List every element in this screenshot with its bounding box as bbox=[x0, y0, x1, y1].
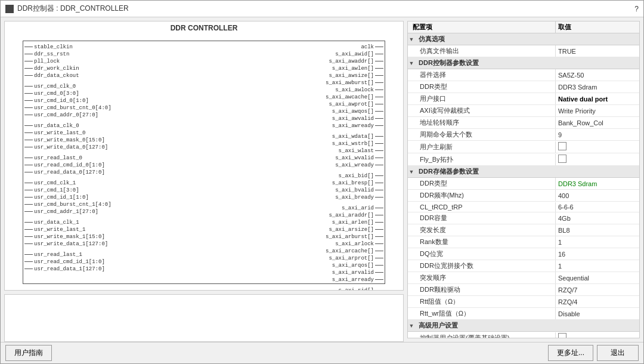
config-item-name: 器件选择 bbox=[408, 69, 556, 81]
right-pin: s_axi_arqos[] bbox=[332, 262, 383, 269]
pin-connector-right bbox=[375, 75, 383, 76]
left-pin: usr_write_mask_1[15:0] bbox=[24, 233, 112, 240]
pin-label: s_axi_arlen[] bbox=[332, 220, 374, 226]
log-panel bbox=[4, 294, 404, 342]
pin-label: usr_read_data_1[127:0] bbox=[34, 266, 105, 272]
left-pin: usr_cmd_id_0[1:0] bbox=[24, 97, 112, 104]
pin-connector-right bbox=[375, 265, 383, 266]
pin-label: ddr_work_clkin bbox=[34, 66, 79, 72]
pin-label: s_axi_awprot[] bbox=[329, 101, 374, 107]
left-pin: usr_cmd_clk_0 bbox=[24, 83, 112, 90]
config-checkbox[interactable] bbox=[558, 142, 566, 150]
left-pin: usr_write_data_1[127:0] bbox=[24, 240, 112, 247]
config-item-value: Sequential bbox=[556, 273, 639, 283]
config-item-name: DDR类型 bbox=[408, 178, 556, 189]
more-button[interactable]: 更多址... bbox=[548, 345, 593, 361]
pin-label: s_axi_arsize[] bbox=[329, 227, 374, 233]
pin-label: s_axi_awvalid bbox=[332, 116, 374, 122]
left-pin: usr_write_last_0 bbox=[24, 129, 112, 136]
pin-label: usr_write_mask_1[15:0] bbox=[34, 234, 105, 240]
config-item-row: CL_tRCD_tRP6-6-6 bbox=[408, 202, 639, 212]
pin-label: s_axi_rid[] bbox=[339, 288, 374, 291]
right-pin: s_axi_awprot[] bbox=[329, 101, 383, 107]
pin-connector-left bbox=[24, 172, 33, 172]
config-item-row: DDR频率(Mhz)400 bbox=[408, 190, 639, 202]
section-ddr_mem[interactable]: ▼DDR存储器参数设置 bbox=[408, 166, 639, 178]
config-table[interactable]: ▼仿真选项仿真文件输出TRUE▼DDR控制器参数设置器件选择SA5Z-50DDR… bbox=[408, 33, 639, 338]
right-pin: s_axi_wvalid bbox=[335, 155, 383, 161]
pin-label: s_axi_arvalid bbox=[332, 270, 374, 276]
app-icon bbox=[5, 5, 14, 13]
pin-label: s_axi_awready bbox=[332, 123, 374, 129]
right-pin: s_axi_awaddr[] bbox=[329, 58, 383, 64]
pin-label: s_axi_arprot[] bbox=[329, 255, 374, 261]
pin-label: s_axi_wstrb[] bbox=[332, 141, 374, 147]
config-item-row: 周期命令最大个数9 bbox=[408, 129, 639, 141]
left-pin bbox=[24, 119, 112, 122]
config-item-value: 6-6-6 bbox=[556, 202, 639, 212]
config-checkbox[interactable] bbox=[558, 155, 566, 163]
right-pin: s_axi_awid[] bbox=[335, 51, 383, 57]
config-item-row: DDR位宽拼接个数1 bbox=[408, 260, 639, 272]
pin-label: s_axi_awaddr[] bbox=[329, 58, 374, 64]
pin-connector-right bbox=[375, 111, 383, 112]
config-item-name: 仿真文件输出 bbox=[408, 45, 556, 57]
pin-label: usr_cmd_addr_0[27:0] bbox=[34, 112, 98, 118]
pin-label: ddr_ss_rstn bbox=[34, 51, 69, 57]
pin-connector-left bbox=[24, 254, 33, 255]
config-item-value: DDR3 Sdram bbox=[556, 82, 639, 92]
pin-connector-left bbox=[24, 107, 33, 108]
section-sim[interactable]: ▼仿真选项 bbox=[408, 33, 639, 45]
user-guide-button[interactable]: 用户指南 bbox=[5, 345, 52, 361]
pin-label: ddr_data_ckout bbox=[34, 73, 79, 79]
right-pin: s_axi_wready bbox=[335, 162, 383, 168]
pin-connector-right bbox=[375, 190, 383, 190]
pin-label: usr_read_data_0[127:0] bbox=[34, 169, 105, 175]
config-item-name: Rtt_wr阻值（Ω） bbox=[408, 308, 556, 319]
left-pin bbox=[24, 248, 112, 251]
config-item-value: 16 bbox=[556, 249, 639, 259]
pin-label: usr_cmd_clk_0 bbox=[34, 84, 76, 90]
left-pin: usr_data_clk_0 bbox=[24, 122, 112, 129]
config-col2-header: 取值 bbox=[556, 21, 639, 33]
pin-label: usr_cmd_id_1[1:0] bbox=[34, 195, 89, 200]
config-item-row: 用户接口Native dual port bbox=[408, 93, 639, 105]
pin-connector-left bbox=[24, 115, 33, 115]
exit-button[interactable]: 退出 bbox=[597, 345, 639, 361]
config-item-value: Native dual port bbox=[556, 94, 639, 104]
config-item-row: DDR容量4Gb bbox=[408, 212, 639, 224]
config-item-value: 400 bbox=[556, 191, 639, 200]
pin-connector-left bbox=[24, 158, 33, 158]
pin-label: usr_cmd_id_0[1:0] bbox=[34, 98, 89, 104]
left-pin: usr_cmd_addr_1[27:0] bbox=[24, 208, 112, 215]
right-pin: s_axi_awsize[] bbox=[329, 72, 383, 79]
config-checkbox[interactable] bbox=[558, 333, 566, 338]
pin-label: aclk bbox=[361, 44, 374, 50]
left-pin: pll_lock bbox=[24, 58, 112, 64]
pin-connector-left bbox=[24, 140, 33, 140]
config-item-row: 突发顺序Sequential bbox=[408, 272, 639, 284]
pin-connector-left bbox=[24, 190, 33, 190]
help-button[interactable]: ? bbox=[634, 5, 639, 13]
config-item-row: Rtt阻值（Ω）RZQ/4 bbox=[408, 296, 639, 308]
left-pin: usr_write_data_0[127:0] bbox=[24, 144, 112, 150]
pin-label: s_axi_awlen[] bbox=[332, 66, 374, 72]
pin-connector-left bbox=[24, 211, 33, 212]
pin-label: usr_read_last_0 bbox=[34, 155, 82, 161]
config-item-value: TRUE bbox=[556, 47, 639, 56]
pin-label: usr_cmd_clk_1 bbox=[34, 180, 76, 186]
right-pin: s_axi_arid bbox=[342, 205, 383, 211]
config-item-name: Fly_By拓扑 bbox=[408, 154, 556, 165]
pins-container: stable_clkinddr_ss_rstnpll_lockddr_work_… bbox=[23, 41, 385, 283]
schematic-body: stable_clkinddr_ss_rstnpll_lockddr_work_… bbox=[5, 35, 403, 290]
pin-connector-left bbox=[24, 125, 33, 126]
section-ddr_ctrl[interactable]: ▼DDR控制器参数设置 bbox=[408, 57, 639, 69]
right-pin: s_axi_arvalid bbox=[332, 269, 383, 276]
section-advanced[interactable]: ▼高级用户设置 bbox=[408, 320, 639, 332]
right-pin: s_axi_bvalid bbox=[335, 187, 383, 193]
config-item-name: CL_tRCD_tRP bbox=[408, 202, 556, 212]
config-item-row: DQ位宽16 bbox=[408, 248, 639, 260]
config-item-name: DDR类型 bbox=[408, 81, 556, 92]
config-item-name: 突发长度 bbox=[408, 224, 556, 236]
pin-connector-left bbox=[24, 54, 33, 54]
